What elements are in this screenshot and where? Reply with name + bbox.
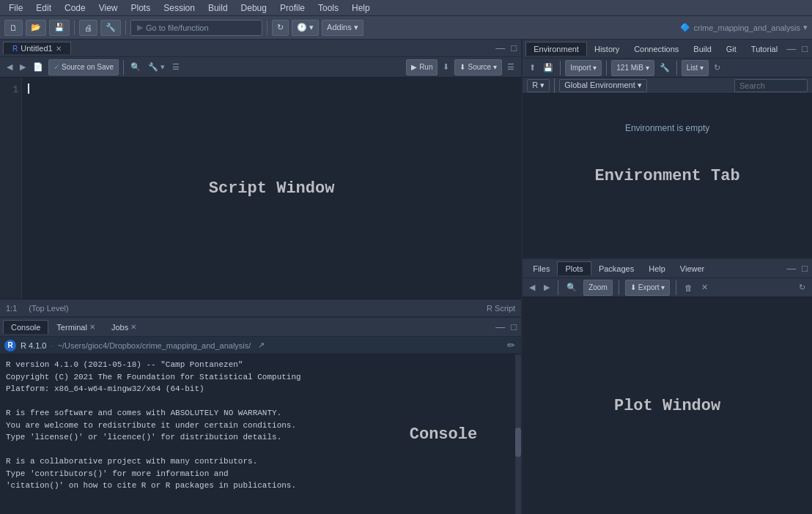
- refresh-plot-button[interactable]: ↻: [797, 282, 808, 293]
- menu-view[interactable]: View: [93, 1, 124, 15]
- cursor-position: 1:1: [6, 304, 17, 313]
- menu-session[interactable]: Session: [158, 1, 201, 15]
- tab-files[interactable]: Files: [525, 262, 557, 275]
- env-search-input[interactable]: [734, 79, 808, 92]
- tab-console[interactable]: Console: [3, 320, 48, 334]
- minimize-console-button[interactable]: —: [494, 321, 506, 332]
- tab-git[interactable]: Git: [719, 42, 744, 56]
- tab-plots[interactable]: Plots: [557, 261, 591, 275]
- menu-tools[interactable]: Tools: [312, 1, 344, 15]
- env-load-button[interactable]: ⬆: [527, 62, 538, 73]
- r-dropdown[interactable]: R ▾: [527, 79, 550, 92]
- script-sep-1: [123, 60, 124, 75]
- maximize-script-button[interactable]: □: [509, 42, 518, 53]
- close-jobs-icon[interactable]: ✕: [130, 323, 136, 331]
- main-toolbar: 🗋 📂 💾 🖨 🔧 ▶ Go to file/function ↻ 🕐 ▾ Ad…: [0, 16, 812, 40]
- refresh-env-button[interactable]: ↻: [712, 62, 723, 73]
- history-button[interactable]: 🕐 ▾: [292, 20, 319, 36]
- minimize-script-button[interactable]: —: [494, 42, 506, 53]
- menu-code[interactable]: Code: [59, 1, 92, 15]
- open-file-button[interactable]: 📂: [26, 20, 46, 36]
- menu-debug[interactable]: Debug: [235, 1, 273, 15]
- maximize-plot-button[interactable]: □: [800, 263, 809, 274]
- script-more-button[interactable]: ☰: [505, 62, 517, 72]
- broom-button[interactable]: 🔧: [657, 62, 672, 73]
- maximize-console-button[interactable]: □: [509, 321, 518, 332]
- right-pane: Environment History Connections Build Gi…: [523, 40, 812, 514]
- zoom-button[interactable]: Zoom: [583, 280, 613, 296]
- script-window-label: Script Window: [209, 176, 335, 201]
- memory-button[interactable]: 121 MiB ▾: [611, 60, 654, 76]
- refresh-button[interactable]: ↻: [272, 20, 289, 36]
- tab-jobs[interactable]: Jobs ✕: [103, 320, 144, 335]
- console-header: R R 4.1.0 · ~/Users/gioc4/Dropbox/crime_…: [0, 337, 521, 354]
- project-icon: 🔷: [680, 23, 690, 32]
- tab-terminal[interactable]: Terminal ✕: [48, 320, 103, 335]
- global-env-dropdown[interactable]: Global Environment ▾: [559, 79, 647, 92]
- tab-environment[interactable]: Environment: [525, 42, 587, 56]
- plot-clear-button[interactable]: ✕: [699, 282, 710, 293]
- knit-button[interactable]: 🔧: [100, 20, 121, 36]
- main-layout: R Untitled1 ✕ — □ ◀ ▶ 📄 ✓ Source on Save: [0, 40, 812, 514]
- script-tab-untitled1[interactable]: R Untitled1 ✕: [3, 42, 71, 54]
- tab-packages[interactable]: Packages: [591, 262, 641, 275]
- print-button[interactable]: 🖨: [79, 20, 97, 36]
- file-view-button[interactable]: 📄: [31, 62, 45, 72]
- close-tab-icon[interactable]: ✕: [56, 45, 62, 53]
- console-scrollbar-thumb[interactable]: [515, 428, 521, 457]
- menu-edit[interactable]: Edit: [30, 1, 57, 15]
- script-editor[interactable]: 1 Script Window: [0, 78, 521, 299]
- tab-build[interactable]: Build: [686, 42, 718, 56]
- menu-help[interactable]: Help: [346, 1, 376, 15]
- new-file-button[interactable]: 🗋: [4, 20, 23, 36]
- toolbar-sep-2: [125, 21, 126, 35]
- list-view-button[interactable]: List ▾: [682, 60, 709, 76]
- console-body[interactable]: R version 4.1.0 (2021-05-18) -- "Camp Po…: [0, 354, 521, 514]
- menu-profile[interactable]: Profile: [274, 1, 311, 15]
- project-dropdown-icon[interactable]: ▾: [803, 23, 808, 32]
- minimize-env-button[interactable]: —: [785, 43, 797, 54]
- env-save-button[interactable]: 💾: [541, 62, 556, 73]
- environment-pane: Environment History Connections Build Gi…: [523, 40, 812, 259]
- run-button[interactable]: ▶ Run: [406, 59, 438, 75]
- plot-forward-button[interactable]: ▶: [542, 282, 552, 293]
- left-pane: R Untitled1 ✕ — □ ◀ ▶ 📄 ✓ Source on Save: [0, 40, 523, 514]
- search-script-button[interactable]: 🔍: [128, 62, 143, 72]
- env-sep-4: [554, 78, 555, 93]
- plot-sep-1: [558, 280, 558, 295]
- console-output-line-1: R version 4.1.0 (2021-05-18) -- "Camp Po…: [6, 359, 515, 371]
- close-terminal-icon[interactable]: ✕: [89, 323, 95, 331]
- tab-connections[interactable]: Connections: [627, 42, 686, 56]
- clear-console-button[interactable]: ✏: [506, 340, 517, 351]
- maximize-env-button[interactable]: □: [800, 43, 809, 54]
- tab-help[interactable]: Help: [641, 262, 673, 275]
- tab-viewer[interactable]: Viewer: [673, 262, 712, 275]
- tab-history[interactable]: History: [587, 42, 627, 56]
- line-numbers: 1: [0, 78, 22, 299]
- addins-button[interactable]: Addins ▾: [322, 20, 363, 36]
- script-run-area: ▶ Run ⬇ ⬇ Source ▾ ☰: [406, 59, 517, 75]
- env-sub-toolbar: R ▾ Global Environment ▾: [523, 78, 812, 94]
- plot-back-button[interactable]: ◀: [527, 282, 537, 293]
- run-options-button[interactable]: ⬇: [440, 62, 451, 72]
- list-script-button[interactable]: ☰: [170, 62, 182, 72]
- minimize-plot-button[interactable]: —: [785, 263, 797, 274]
- editor-content[interactable]: Script Window: [22, 78, 521, 299]
- search-wrapper: [734, 79, 808, 92]
- tools-script-button[interactable]: 🔧 ▾: [146, 62, 167, 72]
- menu-file[interactable]: File: [3, 1, 29, 15]
- export-button[interactable]: ⬇ Export ▾: [625, 280, 671, 296]
- console-scrollbar[interactable]: [515, 354, 521, 514]
- forward-button[interactable]: ▶: [18, 62, 28, 72]
- plot-sep-2: [619, 280, 619, 295]
- menu-build[interactable]: Build: [202, 1, 234, 15]
- back-button[interactable]: ◀: [4, 62, 15, 72]
- source-on-save-button[interactable]: ✓ Source on Save: [48, 59, 119, 75]
- open-dir-icon[interactable]: ↗: [258, 340, 265, 350]
- plot-delete-button[interactable]: 🗑: [682, 283, 695, 293]
- import-button[interactable]: Import ▾: [565, 60, 602, 76]
- source-button[interactable]: ⬇ Source ▾: [454, 59, 502, 75]
- tab-tutorial[interactable]: Tutorial: [744, 42, 785, 56]
- menu-plots[interactable]: Plots: [125, 1, 157, 15]
- save-button[interactable]: 💾: [49, 20, 70, 36]
